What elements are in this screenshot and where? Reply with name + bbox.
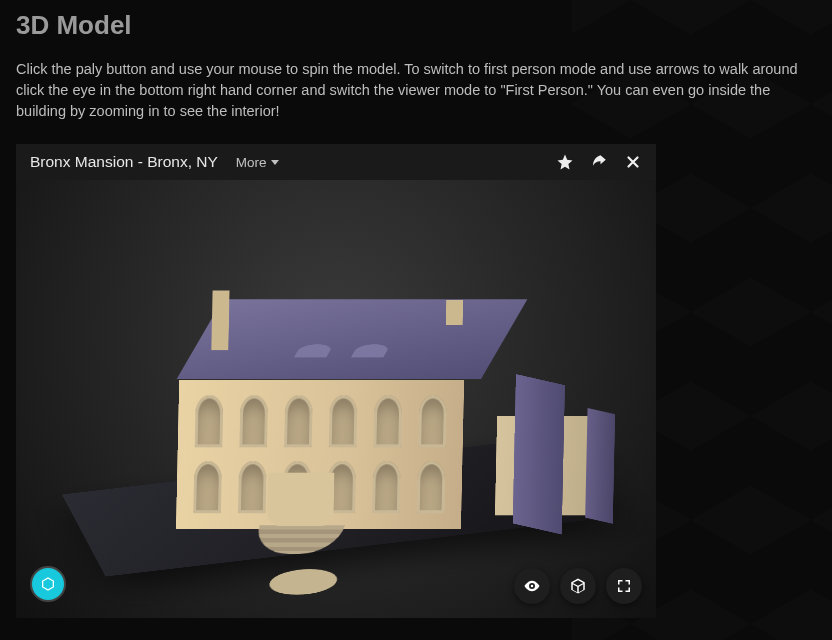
chevron-down-icon [271,160,279,165]
close-icon[interactable] [624,153,642,171]
share-icon[interactable] [590,153,608,171]
sketchfab-logo-button[interactable] [32,568,64,600]
sketchfab-cube-icon [40,576,56,592]
fullscreen-icon [615,577,633,595]
more-label: More [236,155,267,170]
star-icon[interactable] [556,153,574,171]
more-dropdown[interactable]: More [236,155,279,170]
fullscreen-button[interactable] [606,568,642,604]
section-heading: 3D Model [16,10,816,41]
viewer-canvas[interactable] [16,180,656,618]
eye-icon [523,577,541,595]
ar-vr-button[interactable] [560,568,596,604]
model-title: Bronx Mansion - Bronx, NY [30,153,218,171]
model-viewer[interactable]: Bronx Mansion - Bronx, NY More [16,144,656,618]
viewer-header: Bronx Mansion - Bronx, NY More [16,144,656,180]
view-mode-button[interactable] [514,568,550,604]
cube-icon [569,577,587,595]
section-description: Click the paly button and use your mouse… [16,59,816,122]
